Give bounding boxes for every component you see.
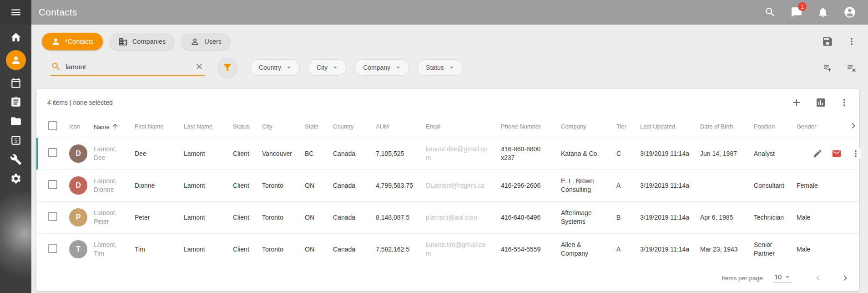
cell-aum: 7,105,525 [370,138,420,170]
table-header-row: Icon Name First Name Last Name Status Ci… [36,116,867,138]
tab-contacts-label: *Contacts [65,38,94,45]
page-size-value: 10 [774,273,782,281]
cell-name: Lamont, Dionne [88,170,129,201]
table-body: D Lamont, Dee Dee Lamont Client Vancouve… [36,138,867,265]
cell-status: Client [227,138,257,170]
table-row[interactable]: D Lamont, Dee Dee Lamont Client Vancouve… [36,138,867,170]
cell-email: DLamont@rogers.ca [420,170,495,201]
col-header-status[interactable]: Status [227,116,257,138]
bell-icon[interactable] [817,6,829,18]
sidebar-item-calendar[interactable] [6,77,26,89]
filter-row: Country City Company Status [36,57,861,77]
account-icon[interactable] [843,6,856,19]
scroll-right-icon[interactable] [848,120,859,131]
email-icon[interactable] [832,149,842,159]
cell-aum: 7,582,162.5 [370,233,420,265]
row-checkbox[interactable] [48,180,57,189]
tabs-menu-icon[interactable] [846,36,857,47]
sidebar-item-five[interactable] [6,134,26,147]
prev-page-button[interactable] [812,272,823,283]
page-size-select[interactable]: 10 [773,273,792,283]
grid-menu-icon[interactable] [839,97,850,108]
cell-company: Allen & Company [555,233,611,265]
table-row[interactable]: D Lamont, Dionne Dionne Lamont Client To… [36,170,867,201]
sort-asc-icon [111,123,119,130]
col-header-last-updated[interactable]: Last Updated [635,116,695,138]
tab-companies[interactable]: Companies [109,33,175,50]
clear-search-icon[interactable] [195,62,204,71]
sidebar-item-documents[interactable] [6,115,26,128]
filter-funnel-button[interactable] [217,57,237,77]
sidebar-item-tasks[interactable] [6,96,26,108]
table-row[interactable]: T Lamont, Tim Tim Lamont Client Toronto … [36,233,867,265]
filter-chip-city[interactable]: City [308,59,346,76]
col-header-position[interactable]: Position [748,116,791,138]
col-header-dob[interactable]: Date of Birth [695,116,748,138]
sidebar [0,0,31,293]
chat-button[interactable]: 1 [791,6,802,18]
select-all-checkbox[interactable] [48,121,57,130]
sidebar-item-home[interactable] [6,31,26,44]
chevron-down-icon [448,63,456,72]
add-contact-button[interactable] [791,97,802,108]
chart-view-button[interactable] [815,97,826,108]
sidebar-item-tools[interactable] [6,153,26,166]
tab-users[interactable]: Users [181,33,231,50]
row-checkbox[interactable] [48,212,57,221]
search-input[interactable] [66,63,190,71]
cell-last-updated: 3/19/2019 11:14a [635,233,695,265]
gear-icon [10,173,22,185]
col-header-country[interactable]: Country [328,116,370,138]
col-header-phone[interactable]: Phone Number [495,116,555,138]
col-header-first-name[interactable]: First Name [129,116,178,138]
cell-city: Toronto [257,233,299,265]
cell-gender: Female [791,170,829,201]
cell-dob: Apr 6, 1985 [695,201,748,233]
filter-chip-company[interactable]: Company [354,59,409,76]
avatar: D [69,176,87,195]
col-header-email[interactable]: Email [420,116,495,138]
cell-country: Canada [328,201,370,233]
edit-icon[interactable] [812,149,823,159]
table-row[interactable]: P Lamont, Peter Peter Lamont Client Toro… [36,201,867,233]
col-header-aum[interactable]: AUM [370,116,420,138]
col-header-state[interactable]: State [299,116,328,138]
add-filter-icon[interactable] [823,62,833,73]
filter-chip-status[interactable]: Status [417,59,463,76]
sidebar-item-contacts[interactable] [6,50,26,70]
sidebar-item-settings[interactable] [6,172,26,185]
filter-chip-country[interactable]: Country [250,59,300,76]
content: *Contacts Companies Users [31,25,868,293]
person-icon [10,55,21,66]
home-icon [10,31,22,43]
col-header-city[interactable]: City [257,116,299,138]
avatar: P [69,208,87,226]
contacts-table: Icon Name First Name Last Name Status Ci… [36,116,867,265]
col-header-gender[interactable]: Gender [791,116,829,138]
next-page-button[interactable] [840,272,851,283]
cell-status: Client [227,201,257,233]
cell-position: Consultant [748,170,791,201]
clear-filters-icon[interactable] [846,62,857,73]
col-header-last-name[interactable]: Last Name [178,116,227,138]
contacts-grid-card: 4 items | none selected [36,89,859,291]
row-menu-icon[interactable] [851,149,861,159]
contact-search [50,59,205,76]
menu-button[interactable] [0,0,31,25]
col-header-tier[interactable]: Tier [611,116,635,138]
notification-badge: 1 [798,2,807,11]
cell-dob: Mar 23, 1943 [695,233,748,265]
cell-email: plamont@aol.com [420,201,495,233]
cell-first-name: Dionne [129,170,178,201]
col-header-company[interactable]: Company [555,116,611,138]
col-header-name[interactable]: Name [88,116,129,138]
avatar: D [69,144,87,163]
cell-last-updated: 3/19/2019 11:14a [635,138,695,170]
row-checkbox[interactable] [48,148,57,157]
search-icon[interactable] [764,6,776,18]
row-checkbox[interactable] [48,244,57,253]
tab-contacts[interactable]: *Contacts [42,33,103,50]
save-view-button[interactable] [822,36,833,47]
row-actions [810,149,861,159]
person-outline-icon [190,37,200,46]
